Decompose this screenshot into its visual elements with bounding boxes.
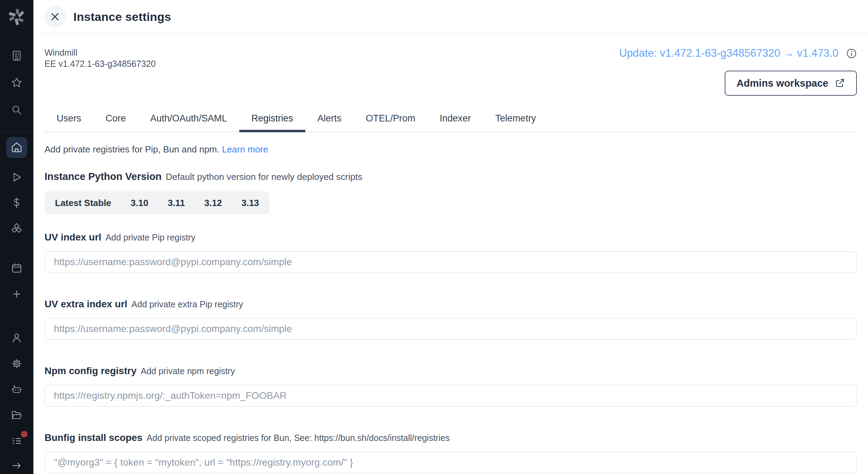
- product-name: Windmill: [45, 47, 156, 58]
- settings-tabs: Users Core Auth/OAuth/SAML Registries Al…: [45, 108, 857, 132]
- sidebar: [0, 0, 33, 474]
- uv-extra-index-url-hint: Add private extra Pip registry: [131, 299, 243, 309]
- tab-alerts[interactable]: Alerts: [305, 108, 354, 132]
- learn-more-link[interactable]: Learn more: [222, 144, 268, 155]
- cubes-icon[interactable]: [10, 222, 23, 235]
- tab-indexer[interactable]: Indexer: [427, 108, 483, 132]
- python-option-latest-stable[interactable]: Latest Stable: [55, 198, 111, 208]
- sidebar-item-home[interactable]: [6, 137, 27, 158]
- python-option-3-13[interactable]: 3.13: [241, 198, 259, 208]
- uv-extra-index-url-input[interactable]: [45, 318, 857, 340]
- runs-play-icon[interactable]: [10, 171, 23, 184]
- external-link-icon: [835, 78, 845, 88]
- version-line: EE v1.472.1-63-g348567320: [45, 58, 156, 69]
- instance-version: Windmill EE v1.472.1-63-g348567320: [45, 47, 156, 69]
- notification-badge: [21, 431, 27, 437]
- update-link[interactable]: Update: v1.472.1-63-g348567320 → v1.473.…: [619, 47, 838, 60]
- python-option-3-10[interactable]: 3.10: [131, 198, 148, 208]
- arrow-right-icon[interactable]: [10, 460, 23, 473]
- windmill-logo-icon: [6, 6, 27, 27]
- admins-workspace-button[interactable]: Admins workspace: [725, 71, 857, 96]
- npm-config-registry-input[interactable]: [45, 385, 857, 406]
- python-version-subtitle: Default python version for newly deploye…: [166, 172, 362, 182]
- queue-list-icon[interactable]: [10, 434, 23, 448]
- folder-open-icon[interactable]: [10, 409, 23, 422]
- uv-index-url-hint: Add private Pip registry: [105, 232, 195, 243]
- tab-core[interactable]: Core: [94, 108, 138, 132]
- python-version-title: Instance Python Version: [45, 171, 162, 182]
- close-x-icon: [50, 12, 59, 21]
- tab-users[interactable]: Users: [45, 108, 94, 132]
- bunfig-install-scopes-label: Bunfig install scopes: [45, 432, 143, 443]
- settings-gear-icon[interactable]: [10, 357, 23, 370]
- uv-index-url-input[interactable]: [45, 251, 857, 273]
- python-option-3-11[interactable]: 3.11: [168, 198, 185, 208]
- uv-index-url-label: UV index url: [45, 232, 101, 243]
- plus-icon[interactable]: [10, 287, 23, 301]
- tab-registries[interactable]: Registries: [239, 108, 305, 132]
- close-button[interactable]: [44, 6, 66, 27]
- search-icon[interactable]: [10, 103, 23, 117]
- dollar-sign-icon[interactable]: [10, 196, 23, 210]
- windmill-logo[interactable]: [0, 0, 33, 34]
- tab-telemetry[interactable]: Telemetry: [483, 108, 548, 132]
- app-window: Instance settings Windmill EE v1.472.1-6…: [0, 0, 868, 474]
- home-icon: [10, 141, 23, 154]
- python-version-segmented-control: Latest Stable 3.10 3.11 3.12 3.13: [45, 191, 270, 214]
- buildings-icon[interactable]: [10, 49, 23, 62]
- robot-icon[interactable]: [10, 383, 23, 396]
- modal-header: Instance settings: [33, 0, 868, 34]
- intro-text: Add private registries for Pip, Bun and …: [45, 144, 219, 155]
- tab-auth-oauth-saml[interactable]: Auth/OAuth/SAML: [138, 108, 239, 132]
- bunfig-install-scopes-hint: Add private scoped registries for Bun, S…: [147, 433, 450, 443]
- bunfig-install-scopes-input[interactable]: [45, 452, 857, 473]
- npm-config-registry-hint: Add private npm registry: [140, 366, 235, 376]
- python-option-3-12[interactable]: 3.12: [204, 198, 222, 208]
- user-icon[interactable]: [10, 331, 23, 345]
- admins-workspace-label: Admins workspace: [737, 78, 828, 89]
- star-icon[interactable]: [10, 76, 23, 89]
- info-icon[interactable]: [846, 48, 857, 59]
- calendar-icon[interactable]: [10, 262, 23, 275]
- tab-otel-prom[interactable]: OTEL/Prom: [354, 108, 428, 132]
- uv-extra-index-url-label: UV extra index url: [45, 299, 127, 310]
- npm-config-registry-label: Npm config registry: [45, 365, 136, 377]
- page-title: Instance settings: [73, 10, 171, 24]
